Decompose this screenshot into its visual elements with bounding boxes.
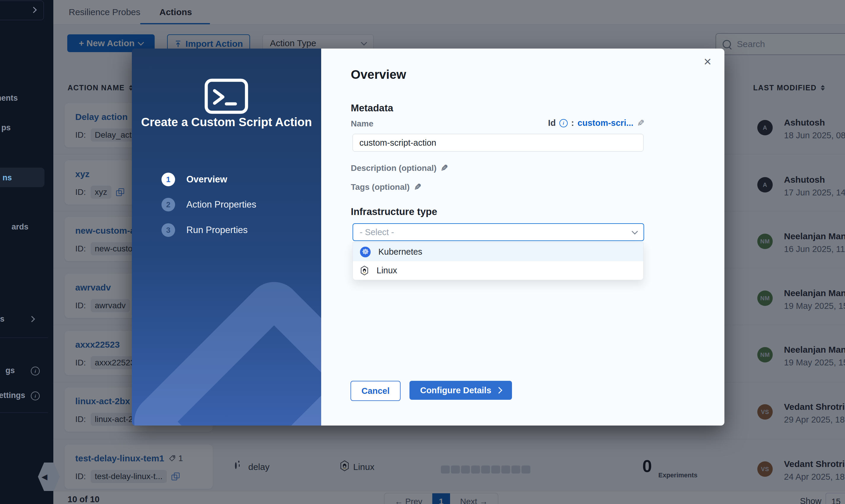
name-input[interactable] [353,134,644,151]
select-placeholder: - Select - [360,228,394,237]
configure-details-button[interactable]: Configure Details [409,381,512,400]
infrastructure-select[interactable]: - Select - [353,223,644,241]
sidebar-item-ettings[interactable]: ettings [0,391,25,400]
watermark-shape [132,271,321,426]
configure-label: Configure Details [420,385,491,395]
option-kubernetes[interactable]: ☸ Kubernetes [353,242,643,261]
sidebar-item-s[interactable]: s [0,314,4,324]
id-label: Id [548,118,556,128]
step-number: 1 [161,173,175,186]
action-id: Id i : custom-scri... ✎ [548,118,645,128]
id-value-link[interactable]: custom-scri... [578,118,633,128]
name-label: Name [351,119,373,128]
sidebar-item-ps[interactable]: ps [1,123,11,132]
chevron-right-icon [496,387,503,394]
option-label: Kubernetes [379,247,422,257]
chevron-down-icon [632,228,638,234]
wizard-title: Create a Custom Script Action [132,114,321,130]
chevron-right-icon [29,316,35,322]
id-separator: : [571,118,574,128]
step-label: Run Properties [187,225,248,235]
step-overview[interactable]: 1 Overview [161,173,227,186]
app-root: Resilience Probes Actions + New Action I… [0,0,845,504]
sidebar-item-gs[interactable]: gs [5,366,15,375]
info-icon[interactable]: i [559,119,568,127]
info-icon: i [31,392,40,400]
step-label: Overview [187,174,227,185]
sidebar-collapse-button[interactable] [0,1,44,20]
create-action-modal: Create a Custom Script Action 1 Overview… [132,49,724,426]
modal-heading: Overview [351,68,406,82]
infrastructure-heading: Infrastructure type [351,206,437,217]
step-action-properties[interactable]: 2 Action Properties [161,198,256,212]
metadata-heading: Metadata [351,103,393,114]
cancel-button[interactable]: Cancel [351,381,401,401]
modal-body: × Overview Metadata Name Id i : custom-s… [321,49,724,426]
info-icon: i [31,366,40,376]
wizard-panel: Create a Custom Script Action 1 Overview… [132,49,321,426]
step-number: 3 [161,223,175,237]
edit-id-icon[interactable]: ✎ [637,118,645,128]
infrastructure-menu: ☸ Kubernetes Linux [353,242,644,280]
description-label: Description (optional) ✎ [351,163,448,173]
edit-tags-icon[interactable]: ✎ [414,182,421,192]
tags-label: Tags (optional) ✎ [351,182,421,192]
sidebar-divider [0,338,48,338]
step-number: 2 [161,198,175,212]
sidebar-item-ments[interactable]: ments [0,94,18,103]
step-run-properties[interactable]: 3 Run Properties [161,223,248,237]
sidebar-item-ards[interactable]: ards [12,222,29,232]
kubernetes-icon: ☸ [360,247,371,257]
sidebar-item-ns[interactable]: ns [2,173,12,182]
linux-icon [360,266,369,275]
step-label: Action Properties [187,199,256,210]
option-label: Linux [376,266,397,275]
app-sidebar: mentspsnsardssgsiettingsi [0,0,53,504]
option-linux[interactable]: Linux [353,261,643,280]
terminal-icon [204,78,249,114]
edit-description-icon[interactable]: ✎ [441,163,448,173]
back-arrow-icon: ◀ [41,472,48,482]
close-icon[interactable]: × [704,55,711,68]
